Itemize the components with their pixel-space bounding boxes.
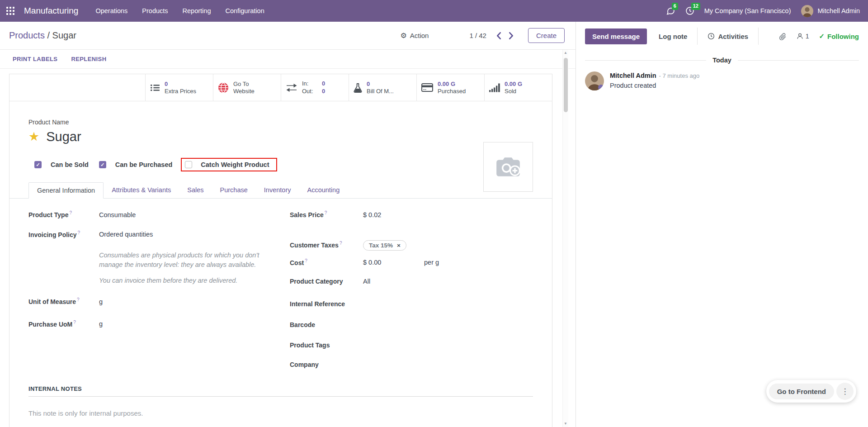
list-icon: [150, 83, 160, 93]
internal-notes-placeholder[interactable]: This note is only for internal purposes.: [28, 409, 533, 417]
kebab-menu-button[interactable]: ⋮: [836, 383, 854, 400]
pager-counter: 1 / 42: [469, 32, 486, 39]
purchase-uom-value[interactable]: g: [99, 320, 103, 328]
favorite-star-icon[interactable]: ★: [28, 131, 39, 143]
can-be-purchased-checkbox[interactable]: ✓ Can be Purchased: [99, 161, 173, 168]
cost-value[interactable]: $ 0.00: [363, 259, 424, 267]
product-type-label: Product Type?: [28, 210, 99, 218]
purchased-stat-button[interactable]: 0.00 GPurchased: [416, 74, 484, 101]
out-value: 0: [322, 88, 325, 95]
print-labels-button[interactable]: PRINT LABELS: [13, 56, 57, 62]
notebook-tabs: General Information Attributes & Variant…: [9, 182, 552, 199]
bom-value: 0: [367, 81, 394, 88]
product-image-placeholder[interactable]: [483, 142, 533, 192]
bill-of-materials-button[interactable]: 0Bill Of M...: [349, 74, 416, 101]
exchange-arrows-icon: [286, 82, 297, 93]
tab-sales[interactable]: Sales: [179, 182, 212, 199]
action-menu-button[interactable]: ⚙ Action: [400, 31, 429, 40]
message-body: Product created: [610, 82, 699, 89]
vertical-scrollbar[interactable]: ▲ ▼: [562, 50, 568, 427]
messages-icon[interactable]: 6: [666, 6, 675, 15]
top-navbar: Manufacturing Operations Products Report…: [0, 0, 868, 22]
checkbox-checked-icon[interactable]: ✓: [99, 161, 106, 168]
consumable-help-text: Consumables are physical products for wh…: [99, 251, 267, 285]
help-icon: ?: [78, 230, 80, 235]
go-to-frontend-button[interactable]: Go to Frontend: [769, 384, 834, 399]
pager-previous-button[interactable]: [496, 32, 501, 39]
form-view-area: Products / Sugar ⚙ Action 1 / 42 Create …: [0, 22, 576, 427]
user-menu[interactable]: Mitchell Admin: [818, 7, 860, 14]
invoicing-policy-value[interactable]: Ordered quantities: [99, 231, 153, 239]
sold-value: 0.00 G: [505, 81, 522, 88]
toolbar-divider: [758, 28, 759, 45]
date-divider: Today: [585, 57, 859, 64]
apps-menu-icon[interactable]: [6, 7, 15, 15]
tab-purchase[interactable]: Purchase: [212, 182, 256, 199]
customer-taxes-label: Customer Taxes?: [290, 241, 363, 249]
user-avatar[interactable]: [801, 5, 813, 17]
send-message-button[interactable]: Send message: [585, 28, 647, 44]
catch-weight-checkbox[interactable]: [185, 161, 192, 168]
catch-weight-highlight-box: Catch Weight Product: [181, 158, 277, 171]
product-category-value[interactable]: All: [363, 278, 370, 286]
create-button[interactable]: Create: [528, 28, 565, 43]
menu-operations[interactable]: Operations: [95, 7, 127, 14]
tax-tag[interactable]: Tax 15%×: [363, 240, 406, 251]
uom-value[interactable]: g: [99, 298, 103, 306]
product-type-value[interactable]: Consumable: [99, 211, 136, 219]
tab-inventory[interactable]: Inventory: [256, 182, 299, 199]
sales-price-value[interactable]: $ 0.02: [363, 211, 381, 219]
tab-attributes-variants[interactable]: Attributes & Variants: [104, 182, 179, 199]
message-author[interactable]: Mitchell Admin: [610, 72, 656, 79]
company-switcher[interactable]: My Company (San Francisco): [704, 7, 791, 14]
tag-remove-icon[interactable]: ×: [397, 242, 401, 249]
activities-clock-icon[interactable]: 12: [685, 6, 694, 15]
purchase-uom-label: Purchase UoM?: [28, 320, 99, 328]
menu-reporting[interactable]: Reporting: [183, 7, 211, 14]
date-divider-label: Today: [712, 57, 731, 64]
flask-icon: [354, 83, 362, 93]
product-category-label: Product Category: [290, 278, 363, 285]
breadcrumb-products-link[interactable]: Products: [9, 30, 45, 40]
scroll-down-arrow-icon[interactable]: ▼: [564, 421, 567, 427]
scrollbar-thumb[interactable]: [564, 58, 568, 112]
followers-count: 1: [806, 33, 809, 40]
breadcrumb-current: Sugar: [52, 30, 76, 40]
replenish-button[interactable]: REPLENISH: [71, 56, 106, 62]
paperclip-icon: [779, 32, 787, 41]
sales-price-label: Sales Price?: [290, 210, 363, 218]
control-panel: Products / Sugar ⚙ Action 1 / 42 Create: [0, 22, 576, 50]
schedule-activity-button[interactable]: Activities: [708, 33, 748, 40]
app-name[interactable]: Manufacturing: [24, 6, 78, 16]
chatter-panel: Send message Log note Activities 1 ✓ Fol…: [576, 22, 868, 427]
product-tags-label: Product Tags: [290, 342, 363, 349]
attach-files-button[interactable]: [779, 32, 787, 41]
in-out-moves-button[interactable]: In:0 Out:0: [281, 74, 349, 101]
tax-tag-label: Tax 15%: [369, 242, 393, 249]
clock-icon: [708, 33, 715, 40]
toolbar-divider: [697, 28, 698, 45]
scroll-up-arrow-icon[interactable]: ▲: [564, 50, 567, 56]
extra-prices-label: Extra Prices: [165, 88, 196, 95]
in-label: In:: [302, 80, 316, 87]
menu-configuration[interactable]: Configuration: [225, 7, 264, 14]
checkbox-checked-icon[interactable]: ✓: [34, 161, 42, 168]
product-name-value[interactable]: Sugar: [46, 129, 81, 144]
tab-general-information[interactable]: General Information: [28, 182, 104, 199]
following-button[interactable]: ✓ Following: [819, 32, 859, 40]
sold-stat-button[interactable]: 0.00 GSold: [484, 74, 552, 101]
avatar-photo: [801, 5, 813, 17]
menu-products[interactable]: Products: [142, 7, 168, 14]
log-note-button[interactable]: Log note: [659, 33, 687, 40]
message-author-avatar[interactable]: [585, 71, 604, 90]
uom-label: Unit of Measure?: [28, 297, 99, 305]
messages-badge: 6: [672, 3, 678, 10]
extra-prices-stat-button[interactable]: 0Extra Prices: [145, 74, 213, 101]
tab-accounting[interactable]: Accounting: [299, 182, 348, 199]
pager-next-button[interactable]: [509, 32, 514, 39]
can-be-sold-checkbox[interactable]: ✓ Can be Sold: [34, 161, 89, 168]
followers-button[interactable]: 1: [797, 33, 809, 40]
internal-reference-label: Internal Reference: [290, 300, 363, 308]
go-to-website-button[interactable]: Go ToWebsite: [213, 74, 281, 101]
following-label: Following: [827, 33, 859, 40]
